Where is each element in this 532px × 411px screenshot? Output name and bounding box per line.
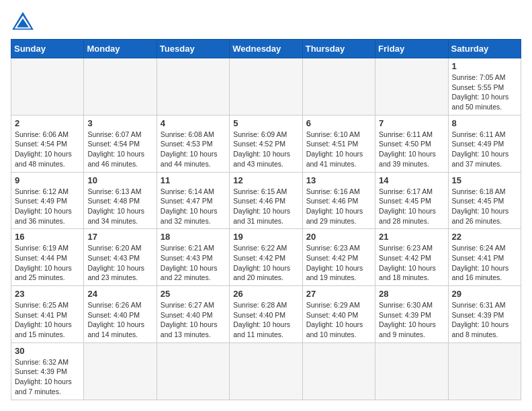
calendar-day-cell: 8Sunrise: 6:11 AMSunset: 4:49 PMDaylight… xyxy=(448,115,521,172)
day-info: Sunrise: 6:18 AMSunset: 4:45 PMDaylight:… xyxy=(452,187,517,226)
calendar-day-cell: 20Sunrise: 6:23 AMSunset: 4:42 PMDayligh… xyxy=(302,229,375,286)
weekday-header-wednesday: Wednesday xyxy=(230,40,302,58)
day-number: 25 xyxy=(161,289,226,299)
day-number: 7 xyxy=(379,118,444,128)
day-number: 6 xyxy=(306,118,371,128)
day-info: Sunrise: 6:32 AMSunset: 4:39 PMDaylight:… xyxy=(15,357,80,397)
calendar-day-cell: 26Sunrise: 6:28 AMSunset: 4:40 PMDayligh… xyxy=(230,286,302,343)
calendar-day-cell xyxy=(84,342,157,400)
day-info: Sunrise: 6:23 AMSunset: 4:42 PMDaylight:… xyxy=(306,243,371,283)
day-info: Sunrise: 6:20 AMSunset: 4:43 PMDaylight:… xyxy=(87,243,152,283)
calendar-day-cell xyxy=(302,342,375,400)
calendar-day-cell: 27Sunrise: 6:29 AMSunset: 4:40 PMDayligh… xyxy=(302,286,375,343)
day-info: Sunrise: 6:26 AMSunset: 4:40 PMDaylight:… xyxy=(87,300,152,340)
calendar-day-cell: 7Sunrise: 6:11 AMSunset: 4:50 PMDaylight… xyxy=(375,115,448,172)
day-info: Sunrise: 6:16 AMSunset: 4:46 PMDaylight:… xyxy=(306,187,371,226)
day-number: 10 xyxy=(87,175,152,185)
day-number: 29 xyxy=(452,289,517,299)
calendar-day-cell xyxy=(11,58,84,116)
day-info: Sunrise: 6:30 AMSunset: 4:39 PMDaylight:… xyxy=(379,300,444,340)
day-number: 28 xyxy=(379,289,444,299)
calendar-day-cell: 11Sunrise: 6:14 AMSunset: 4:47 PMDayligh… xyxy=(157,172,229,229)
calendar-day-cell: 22Sunrise: 6:24 AMSunset: 4:41 PMDayligh… xyxy=(448,229,521,286)
day-info: Sunrise: 6:22 AMSunset: 4:42 PMDaylight:… xyxy=(233,243,298,283)
weekday-header-monday: Monday xyxy=(84,40,157,58)
day-number: 11 xyxy=(161,175,226,185)
calendar-day-cell: 12Sunrise: 6:15 AMSunset: 4:46 PMDayligh… xyxy=(230,172,302,229)
calendar-day-cell: 1Sunrise: 7:05 AMSunset: 5:55 PMDaylight… xyxy=(448,58,521,116)
weekday-header-saturday: Saturday xyxy=(448,40,521,58)
calendar-week-row: 16Sunrise: 6:19 AMSunset: 4:44 PMDayligh… xyxy=(11,229,521,286)
weekday-header-tuesday: Tuesday xyxy=(157,40,229,58)
day-info: Sunrise: 6:13 AMSunset: 4:48 PMDaylight:… xyxy=(87,187,152,226)
calendar-day-cell xyxy=(230,342,302,400)
day-number: 22 xyxy=(452,232,517,242)
day-number: 20 xyxy=(306,232,371,242)
weekday-header-thursday: Thursday xyxy=(302,40,375,58)
calendar-day-cell xyxy=(448,342,521,400)
calendar-week-row: 9Sunrise: 6:12 AMSunset: 4:49 PMDaylight… xyxy=(11,172,521,229)
calendar-day-cell: 10Sunrise: 6:13 AMSunset: 4:48 PMDayligh… xyxy=(84,172,157,229)
generalblue-logo-icon xyxy=(11,11,35,31)
calendar-day-cell xyxy=(302,58,375,116)
calendar-day-cell: 24Sunrise: 6:26 AMSunset: 4:40 PMDayligh… xyxy=(84,286,157,343)
day-info: Sunrise: 6:07 AMSunset: 4:54 PMDaylight:… xyxy=(87,130,152,169)
calendar-day-cell xyxy=(84,58,157,116)
day-info: Sunrise: 6:25 AMSunset: 4:41 PMDaylight:… xyxy=(15,300,80,340)
day-info: Sunrise: 6:17 AMSunset: 4:45 PMDaylight:… xyxy=(379,187,444,226)
calendar-day-cell: 28Sunrise: 6:30 AMSunset: 4:39 PMDayligh… xyxy=(375,286,448,343)
logo xyxy=(11,11,38,31)
day-number: 24 xyxy=(87,289,152,299)
calendar-week-row: 23Sunrise: 6:25 AMSunset: 4:41 PMDayligh… xyxy=(11,286,521,343)
weekday-header-friday: Friday xyxy=(375,40,448,58)
calendar-day-cell: 3Sunrise: 6:07 AMSunset: 4:54 PMDaylight… xyxy=(84,115,157,172)
calendar-day-cell: 4Sunrise: 6:08 AMSunset: 4:53 PMDaylight… xyxy=(157,115,229,172)
day-number: 26 xyxy=(233,289,298,299)
calendar-week-row: 2Sunrise: 6:06 AMSunset: 4:54 PMDaylight… xyxy=(11,115,521,172)
calendar-week-row: 1Sunrise: 7:05 AMSunset: 5:55 PMDaylight… xyxy=(11,58,521,116)
page-header xyxy=(11,11,521,31)
calendar-day-cell: 16Sunrise: 6:19 AMSunset: 4:44 PMDayligh… xyxy=(11,229,84,286)
day-number: 23 xyxy=(15,289,80,299)
day-info: Sunrise: 6:28 AMSunset: 4:40 PMDaylight:… xyxy=(233,300,298,340)
calendar-day-cell xyxy=(375,58,448,116)
calendar-day-cell: 29Sunrise: 6:31 AMSunset: 4:39 PMDayligh… xyxy=(448,286,521,343)
calendar-day-cell: 2Sunrise: 6:06 AMSunset: 4:54 PMDaylight… xyxy=(11,115,84,172)
day-info: Sunrise: 6:21 AMSunset: 4:43 PMDaylight:… xyxy=(161,243,226,283)
day-info: Sunrise: 7:05 AMSunset: 5:55 PMDaylight:… xyxy=(452,73,517,112)
weekday-header-sunday: Sunday xyxy=(11,40,84,58)
day-number: 16 xyxy=(15,232,80,242)
day-info: Sunrise: 6:29 AMSunset: 4:40 PMDaylight:… xyxy=(306,300,371,340)
day-number: 3 xyxy=(87,118,152,128)
calendar-day-cell xyxy=(230,58,302,116)
day-number: 17 xyxy=(87,232,152,242)
day-info: Sunrise: 6:27 AMSunset: 4:40 PMDaylight:… xyxy=(161,300,226,340)
day-number: 30 xyxy=(15,346,80,356)
calendar-day-cell: 13Sunrise: 6:16 AMSunset: 4:46 PMDayligh… xyxy=(302,172,375,229)
day-info: Sunrise: 6:08 AMSunset: 4:53 PMDaylight:… xyxy=(161,130,226,169)
day-number: 2 xyxy=(15,118,80,128)
calendar-day-cell: 14Sunrise: 6:17 AMSunset: 4:45 PMDayligh… xyxy=(375,172,448,229)
day-number: 18 xyxy=(161,232,226,242)
day-number: 13 xyxy=(306,175,371,185)
day-info: Sunrise: 6:11 AMSunset: 4:50 PMDaylight:… xyxy=(379,130,444,169)
day-info: Sunrise: 6:23 AMSunset: 4:42 PMDaylight:… xyxy=(379,243,444,283)
day-info: Sunrise: 6:24 AMSunset: 4:41 PMDaylight:… xyxy=(452,243,517,283)
day-info: Sunrise: 6:19 AMSunset: 4:44 PMDaylight:… xyxy=(15,243,80,283)
calendar-day-cell: 25Sunrise: 6:27 AMSunset: 4:40 PMDayligh… xyxy=(157,286,229,343)
calendar-day-cell: 30Sunrise: 6:32 AMSunset: 4:39 PMDayligh… xyxy=(11,342,84,400)
calendar-day-cell: 5Sunrise: 6:09 AMSunset: 4:52 PMDaylight… xyxy=(230,115,302,172)
calendar-day-cell: 21Sunrise: 6:23 AMSunset: 4:42 PMDayligh… xyxy=(375,229,448,286)
day-info: Sunrise: 6:09 AMSunset: 4:52 PMDaylight:… xyxy=(233,130,298,169)
calendar-day-cell xyxy=(157,58,229,116)
day-number: 12 xyxy=(233,175,298,185)
calendar-week-row: 30Sunrise: 6:32 AMSunset: 4:39 PMDayligh… xyxy=(11,342,521,400)
day-number: 21 xyxy=(379,232,444,242)
day-number: 9 xyxy=(15,175,80,185)
day-info: Sunrise: 6:15 AMSunset: 4:46 PMDaylight:… xyxy=(233,187,298,226)
calendar-day-cell xyxy=(157,342,229,400)
day-number: 14 xyxy=(379,175,444,185)
day-number: 27 xyxy=(306,289,371,299)
day-number: 5 xyxy=(233,118,298,128)
calendar-day-cell: 19Sunrise: 6:22 AMSunset: 4:42 PMDayligh… xyxy=(230,229,302,286)
